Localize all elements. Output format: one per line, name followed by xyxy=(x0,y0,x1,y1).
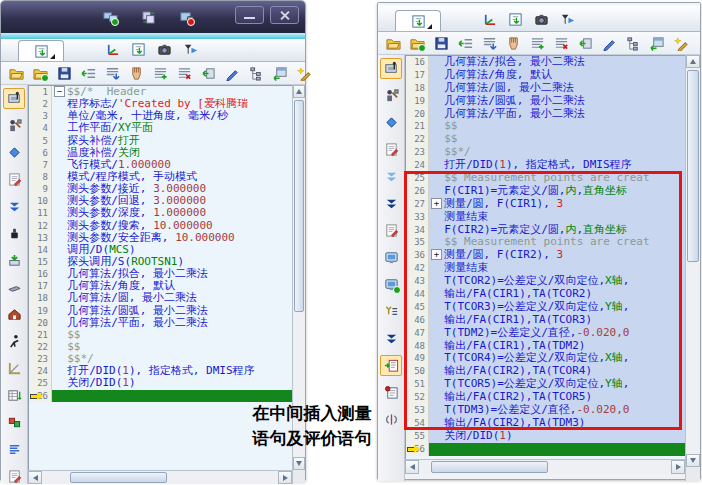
revert-icon[interactable] xyxy=(198,63,218,83)
code-line[interactable]: 25 关闭/DID(1) xyxy=(29,377,292,389)
align-lines-icon[interactable] xyxy=(3,439,25,460)
add-line-icon[interactable] xyxy=(527,33,547,53)
export-window-icon[interactable] xyxy=(270,63,290,83)
scroll-thumb[interactable] xyxy=(294,100,304,312)
goto-line-icon[interactable] xyxy=(102,63,122,83)
program-view-icon[interactable] xyxy=(128,39,148,59)
code-line[interactable]: 5 探头补偿/打开 xyxy=(29,135,292,147)
more-tools2-icon[interactable] xyxy=(380,193,402,214)
home-position-icon[interactable] xyxy=(3,304,25,325)
camera-icon[interactable] xyxy=(154,39,174,59)
table-output-icon[interactable] xyxy=(3,385,25,406)
code-line[interactable]: 20 几何算法/平面, 最小二乘法 xyxy=(406,108,685,121)
monitor-add-icon[interactable] xyxy=(380,274,402,295)
more-tools-icon[interactable] xyxy=(380,166,402,187)
code-line[interactable]: 23 $$*/ xyxy=(29,353,292,365)
code-line[interactable]: 13 测头参数/安全距离, 10.000000 xyxy=(29,232,292,244)
flag-edit-icon[interactable] xyxy=(3,466,25,484)
code-line[interactable]: 2 程序标志/'Created by [爱科腾瑞 xyxy=(29,98,292,110)
close-button[interactable] xyxy=(270,6,299,24)
goto-line-icon[interactable] xyxy=(479,33,499,53)
code-line[interactable]: 22 $$ xyxy=(29,341,292,353)
code-line[interactable]: 4 工作平面/XY平面 xyxy=(29,122,292,134)
eraser-icon[interactable] xyxy=(380,112,402,133)
probe-setup-icon[interactable] xyxy=(380,85,402,106)
code-line[interactable]: 26 xyxy=(29,390,292,402)
probe-filter-icon[interactable] xyxy=(180,39,200,59)
plane-tool-icon[interactable] xyxy=(3,277,25,298)
report-edit-icon[interactable] xyxy=(380,139,402,160)
code-line[interactable]: 15 探头调用/S(ROOTSN1) xyxy=(29,256,292,268)
quick-edit-icon[interactable] xyxy=(294,63,314,83)
element-list-icon[interactable] xyxy=(380,301,402,322)
code-line[interactable]: 18 几何算法/圆, 最小二乘法 xyxy=(406,82,685,95)
more-tools3-icon[interactable] xyxy=(380,328,402,349)
screens-status-icon[interactable] xyxy=(101,8,119,26)
save-icon[interactable] xyxy=(54,63,74,83)
code-line[interactable]: 12 测头参数/搜索, 10.000000 xyxy=(29,220,292,232)
code-line[interactable]: 21 $$ xyxy=(29,329,292,341)
scroll-down-button[interactable] xyxy=(293,457,305,470)
scroll-thumb[interactable] xyxy=(687,70,699,262)
probe-setup-icon[interactable] xyxy=(3,115,25,136)
element-group-icon[interactable] xyxy=(3,412,25,433)
hold-program-icon[interactable] xyxy=(126,63,146,83)
code-line[interactable]: 7 飞行模式/1.000000 xyxy=(29,159,292,171)
code-line[interactable]: 9 测头参数/接近, 3.000000 xyxy=(29,183,292,195)
import-data-icon[interactable] xyxy=(3,250,25,271)
axes-icon[interactable] xyxy=(102,39,122,59)
eraser-icon[interactable] xyxy=(3,142,25,163)
step-insert-icon[interactable] xyxy=(455,33,475,53)
output-list-icon[interactable] xyxy=(380,382,402,403)
code-line[interactable]: 24 打开/DID(1), 指定格式, DMIS程序 xyxy=(29,365,292,377)
fold-toggle[interactable]: − xyxy=(54,86,65,97)
code-line[interactable]: 23 $$*/ xyxy=(406,146,685,159)
code-line[interactable]: 6 温度补偿/关闭 xyxy=(29,147,292,159)
delete-line-icon[interactable] xyxy=(551,33,571,53)
code-line[interactable]: 16 几何算法/拟合, 最小二乘法 xyxy=(406,56,685,69)
scroll-left-button[interactable] xyxy=(28,471,42,484)
tab-program-editor[interactable] xyxy=(18,40,64,61)
step-insert-icon[interactable] xyxy=(78,63,98,83)
code-line[interactable]: 1−$$/* Header xyxy=(29,86,292,98)
code-line[interactable]: 11 测头参数/深度, 1.000000 xyxy=(29,207,292,219)
scroll-thumb[interactable] xyxy=(431,461,548,473)
tab-program-editor[interactable] xyxy=(395,10,441,31)
minimize-button[interactable] xyxy=(235,6,264,24)
revert-icon[interactable] xyxy=(575,33,595,53)
quick-edit-icon[interactable] xyxy=(671,33,691,53)
insert-program-icon[interactable] xyxy=(380,355,402,376)
pin-view-icon[interactable] xyxy=(380,58,402,79)
code-line[interactable]: 20 几何算法/平面, 最小二乘法 xyxy=(29,317,292,329)
scroll-right-button[interactable] xyxy=(671,460,685,474)
export-window-icon[interactable] xyxy=(647,33,667,53)
code-line[interactable]: 56 xyxy=(406,443,685,456)
code-line[interactable]: 3 单位/毫米, 十进角度, 毫米/秒 xyxy=(29,110,292,122)
scroll-down-button[interactable] xyxy=(686,454,700,467)
vertical-scrollbar[interactable] xyxy=(685,55,700,481)
open-icon[interactable] xyxy=(383,33,403,53)
code-line[interactable]: 10 测头参数/回退, 3.000000 xyxy=(29,195,292,207)
code-line[interactable]: 8 模式/程序模式, 手动模式 xyxy=(29,171,292,183)
note-edit-icon[interactable] xyxy=(380,220,402,241)
pin-view-icon[interactable] xyxy=(3,88,25,109)
horizontal-scrollbar[interactable] xyxy=(405,459,685,474)
scroll-right-button[interactable] xyxy=(278,471,292,484)
code-line[interactable]: 21 $$ xyxy=(406,120,685,133)
code-line[interactable]: 16 几何算法/拟合, 最小二乘法 xyxy=(29,268,292,280)
open-merge-icon[interactable] xyxy=(407,33,427,53)
more-tools-icon[interactable] xyxy=(3,196,25,217)
add-line-icon[interactable] xyxy=(150,63,170,83)
outline-tree-icon[interactable] xyxy=(623,33,643,53)
outline-tree-icon[interactable] xyxy=(246,63,266,83)
code-line[interactable]: 14 调用/D(MCS) xyxy=(29,244,292,256)
angle-measure-icon[interactable] xyxy=(3,358,25,379)
axes-icon[interactable] xyxy=(479,9,499,29)
camera-icon[interactable] xyxy=(531,9,551,29)
code-line[interactable]: 17 几何算法/角度, 默认 xyxy=(406,69,685,82)
horizontal-scrollbar[interactable] xyxy=(28,470,292,484)
code-line[interactable]: 18 几何算法/圆, 最小二乘法 xyxy=(29,292,292,304)
hold-program-icon[interactable] xyxy=(503,33,523,53)
code-line[interactable]: 19 几何算法/圆弧, 最小二乘法 xyxy=(29,305,292,317)
code-line[interactable]: 55 关闭/DID(1) xyxy=(406,430,685,443)
